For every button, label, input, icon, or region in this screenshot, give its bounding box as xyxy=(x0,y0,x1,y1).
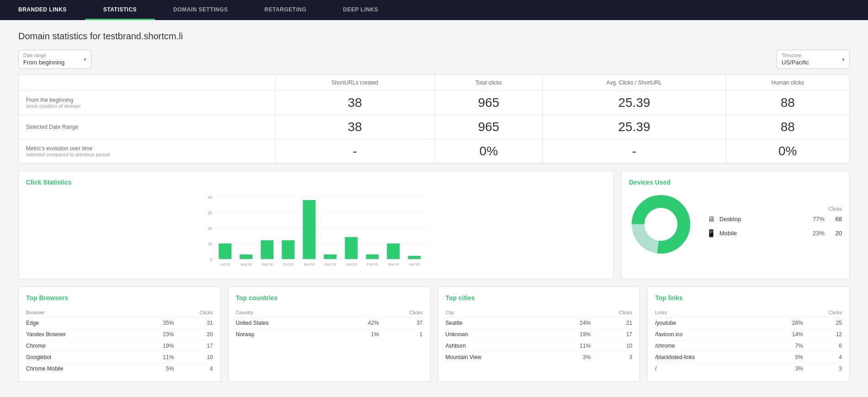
devices-panel: Devices Used xyxy=(621,171,850,279)
devices-legend-header: Clicks xyxy=(707,206,842,212)
timezone-select[interactable]: US/Pacific xyxy=(782,59,836,66)
devices-title: Devices Used xyxy=(629,179,842,186)
stats-row-evolution-label: Metric's evolution over time selected co… xyxy=(19,139,275,164)
stats-row-selected-avg-clicks: 25.39 xyxy=(543,115,726,139)
city-row: Mountain View3%3 xyxy=(446,352,633,363)
svg-rect-12 xyxy=(240,254,253,259)
link-row: /3%3 xyxy=(655,363,842,375)
link-row: /blacklisted-links5%4 xyxy=(655,352,842,363)
link-pct: 5% xyxy=(771,352,803,363)
nav-item-statistics[interactable]: STATISTICS xyxy=(85,0,155,20)
stats-row-selected-human-clicks: 88 xyxy=(726,115,849,139)
browsers-table: Browser Clicks Edge35%31Yandex Browser23… xyxy=(26,308,213,374)
browsers-col-browser: Browser xyxy=(26,308,142,318)
svg-rect-18 xyxy=(303,200,316,259)
country-clicks: 37 xyxy=(379,318,423,329)
stats-row-beginning-avg-clicks: 25.39 xyxy=(543,91,726,115)
nav-item-domain-settings[interactable]: DOMAIN SETTINGS xyxy=(155,0,246,20)
device-row-mobile: 📱 Mobile 23% 20 xyxy=(707,229,842,238)
city-row: Seattle24%21 xyxy=(446,318,633,329)
link-clicks: 6 xyxy=(803,340,842,352)
browsers-col-pct xyxy=(142,308,174,318)
nav-item-branded-links[interactable]: BRANDED LINKS xyxy=(0,0,85,20)
stats-row-selected-shorturls: 38 xyxy=(275,115,435,139)
browser-pct: 11% xyxy=(142,352,174,363)
top-countries-panel: Top countries Country Clicks United Stat… xyxy=(228,286,431,382)
browser-row: Edge35%31 xyxy=(26,318,213,329)
stats-row-evolution-avg-clicks: - xyxy=(543,139,726,164)
click-stats-chart: 40 30 20 10 0 Jul'18 xyxy=(26,192,606,271)
link-name: /favicon.ico xyxy=(655,329,771,340)
link-name: / xyxy=(655,363,771,375)
svg-text:Jan'19: Jan'19 xyxy=(346,262,357,266)
stats-row-evolution-human-clicks: 0% xyxy=(726,139,849,164)
svg-text:Feb'19: Feb'19 xyxy=(367,262,378,266)
col-header-shorturls: ShortURLs created xyxy=(275,75,435,91)
mobile-label: Mobile xyxy=(719,230,803,237)
city-clicks: 10 xyxy=(591,340,632,352)
stats-row-evolution: Metric's evolution over time selected co… xyxy=(19,139,850,164)
date-range-select[interactable]: From beginning xyxy=(23,59,78,66)
date-range-dropdown[interactable]: Date range From beginning ▼ xyxy=(18,50,91,69)
link-clicks: 3 xyxy=(803,363,842,375)
top-cities-title: Top cities xyxy=(446,294,633,302)
stats-row-beginning-total-clicks: 965 xyxy=(435,91,543,115)
browsers-col-clicks: Clicks xyxy=(174,308,213,318)
browser-pct: 5% xyxy=(142,363,174,375)
link-pct: 14% xyxy=(771,329,803,340)
city-name: Mountain View xyxy=(446,352,557,363)
browser-clicks: 31 xyxy=(174,318,213,329)
top-browsers-title: Top Browsers xyxy=(26,294,213,302)
stats-row-selected-total-clicks: 965 xyxy=(435,115,543,139)
svg-rect-26 xyxy=(387,243,400,259)
svg-text:Sep'18: Sep'18 xyxy=(261,262,273,266)
country-row: Norway1%1 xyxy=(236,329,423,340)
link-pct: 7% xyxy=(771,340,803,352)
top-cities-panel: Top cities City Clicks Seattle24%21Unkno… xyxy=(438,286,640,382)
svg-text:Dec'18: Dec'18 xyxy=(325,262,336,266)
devices-content: Clicks 🖥 Desktop 77% 68 📱 Mobile 23% 20 xyxy=(629,192,842,256)
device-row-desktop: 🖥 Desktop 77% 68 xyxy=(707,215,842,223)
nav-item-retargeting[interactable]: RETARGETING xyxy=(246,0,325,20)
city-pct: 11% xyxy=(557,340,591,352)
stats-row-beginning-label: From the beginning since creation of dom… xyxy=(19,91,275,115)
nav-item-deep-links[interactable]: DEEP LINKS xyxy=(325,0,397,20)
link-row: /favicon.ico14%12 xyxy=(655,329,842,340)
countries-col-country: Country xyxy=(236,308,343,318)
controls-row: Date range From beginning ▼ Timezone US/… xyxy=(18,50,850,69)
top-nav: BRANDED LINKS STATISTICS DOMAIN SETTINGS… xyxy=(0,0,868,20)
country-pct: 1% xyxy=(343,329,379,340)
col-header-human-clicks: Human clicks xyxy=(726,75,849,91)
city-clicks: 3 xyxy=(591,352,632,363)
browser-name: Edge xyxy=(26,318,142,329)
timezone-dropdown[interactable]: Timezone US/Pacific ▼ xyxy=(777,50,850,69)
col-header-description xyxy=(19,75,275,91)
svg-text:Oct'18: Oct'18 xyxy=(283,262,293,266)
stats-row-evolution-shorturls: - xyxy=(275,139,435,164)
link-name: /chrome xyxy=(655,340,771,352)
link-row: /youtube28%25 xyxy=(655,318,842,329)
browser-row: Yandex Browser23%20 xyxy=(26,329,213,340)
cities-col-city: City xyxy=(446,308,557,318)
city-clicks: 21 xyxy=(591,318,632,329)
svg-rect-22 xyxy=(345,237,358,259)
links-col-links: Links xyxy=(655,308,771,318)
country-name: United States xyxy=(236,318,343,329)
stats-row-selected: Selected Date Range 38 965 25.39 88 xyxy=(19,115,850,139)
mobile-pct: 23% xyxy=(806,230,825,237)
countries-table: Country Clicks United States42%37Norway1… xyxy=(236,308,423,340)
main-content: Domain statistics for testbrand.shortcm.… xyxy=(0,20,868,393)
top-links-panel: Top links Links Clicks /youtube28%25/fav… xyxy=(647,286,850,382)
links-col-pct xyxy=(771,308,803,318)
cities-table: City Clicks Seattle24%21Unknown19%17Ashb… xyxy=(446,308,633,363)
city-pct: 24% xyxy=(557,318,591,329)
donut-svg xyxy=(629,192,693,256)
stats-row-beginning-shorturls: 38 xyxy=(275,91,435,115)
link-pct: 28% xyxy=(771,318,803,329)
link-row: /chrome7%6 xyxy=(655,340,842,352)
link-pct: 3% xyxy=(771,363,803,375)
browser-clicks: 17 xyxy=(174,340,213,352)
mobile-count: 20 xyxy=(828,230,842,237)
timezone-label: Timezone xyxy=(782,53,836,58)
link-clicks: 12 xyxy=(803,329,842,340)
